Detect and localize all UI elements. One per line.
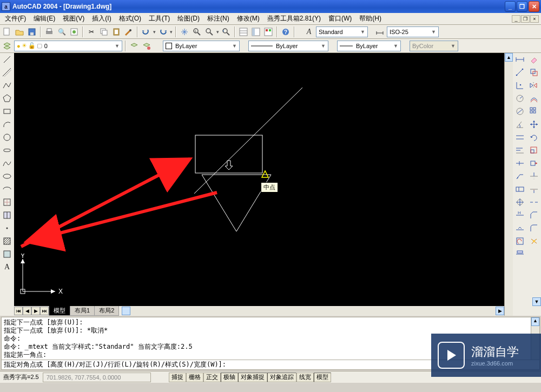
horizontal-scrollbar[interactable]: ▶ (122, 307, 504, 315)
undo-icon[interactable] (141, 26, 151, 37)
design-center-icon[interactable] (250, 26, 261, 37)
xline-icon[interactable] (2, 67, 12, 78)
toggle-grid[interactable]: 栅格 (186, 373, 203, 382)
break-icon[interactable] (529, 197, 539, 208)
dimedit-icon[interactable]: H (514, 210, 525, 221)
fillet-icon[interactable] (529, 223, 539, 234)
lineweight-dropdown[interactable]: ByLayer▼ (337, 41, 401, 51)
toggle-model[interactable]: 模型 (314, 373, 331, 382)
menu-format[interactable]: 格式(O) (116, 14, 144, 24)
dimstyle-dropdown[interactable]: ISO-25▼ (387, 26, 439, 37)
trim-icon[interactable] (529, 171, 539, 182)
move-icon[interactable] (529, 119, 539, 130)
dimdiameter-icon[interactable] (514, 106, 525, 117)
circle-icon[interactable] (2, 132, 12, 143)
tab-prev-button[interactable]: ◀ (23, 307, 31, 315)
block-icon[interactable] (2, 210, 12, 221)
dimcenter-icon[interactable] (514, 197, 525, 208)
layer-dropdown[interactable]: ● ☀ 🔓 ▢ 0▼ (14, 41, 122, 51)
point-icon[interactable] (2, 223, 12, 234)
scale-icon[interactable] (529, 145, 539, 156)
layer-manager-icon[interactable] (2, 41, 12, 51)
toggle-lwt[interactable]: 线宽 (296, 373, 314, 382)
dimcontinue-icon[interactable] (514, 158, 525, 169)
rotate-icon[interactable] (529, 132, 539, 143)
dimordinate-icon[interactable] (514, 80, 525, 91)
menu-help[interactable]: 帮助(H) (357, 14, 384, 24)
vertical-scrollbar[interactable]: ▲ ▼ (504, 53, 513, 316)
hatch-icon[interactable] (2, 236, 12, 247)
properties-icon[interactable] (238, 26, 249, 37)
menu-tools[interactable]: 工具(T) (146, 14, 173, 24)
array-icon[interactable] (529, 106, 539, 117)
dimstyle-icon[interactable] (374, 26, 385, 37)
zoom-window-icon[interactable] (204, 26, 215, 37)
plotstyle-dropdown[interactable]: ByColor▼ (410, 41, 458, 51)
tolerance-icon[interactable] (514, 184, 525, 195)
menu-draw[interactable]: 绘图(D) (175, 14, 202, 24)
close-button[interactable]: ✕ (529, 1, 539, 12)
dimradius-icon[interactable] (514, 93, 525, 104)
layer-prev-icon[interactable] (129, 41, 140, 51)
ellipse-icon[interactable] (2, 171, 12, 182)
line-icon[interactable] (2, 54, 12, 65)
dimupdate-icon[interactable] (514, 236, 525, 247)
toggle-ortho[interactable]: 正交 (203, 373, 221, 382)
menu-edit[interactable]: 编辑(E) (31, 14, 58, 24)
ellipsearc-icon[interactable] (2, 184, 12, 195)
paste-icon[interactable] (111, 26, 122, 37)
dimaligned-icon[interactable] (514, 67, 525, 78)
maximize-button[interactable]: ❐ (517, 1, 527, 12)
qdim-icon[interactable] (514, 132, 525, 143)
tab-layout1[interactable]: 布局1 (70, 306, 95, 316)
toolpalette-icon[interactable] (263, 26, 274, 37)
textstyle-icon[interactable]: A (304, 26, 314, 37)
zoom-prev-icon[interactable] (221, 26, 232, 37)
polygon-icon[interactable] (2, 93, 12, 104)
hscroll-thumb[interactable] (122, 307, 130, 315)
pline-icon[interactable] (2, 80, 12, 91)
tab-last-button[interactable]: ⏭ (40, 307, 49, 315)
copy-icon[interactable] (98, 26, 109, 37)
toggle-otrack[interactable]: 对象追踪 (267, 373, 296, 382)
vscroll-up-button[interactable]: ▲ (505, 53, 513, 62)
help-icon[interactable]: ? (280, 26, 291, 37)
erase-icon[interactable] (529, 54, 539, 65)
redo-icon[interactable] (157, 26, 168, 37)
menu-file[interactable]: 文件(F) (2, 14, 29, 24)
extend-icon[interactable] (529, 184, 539, 195)
menu-window[interactable]: 窗口(W) (326, 14, 354, 24)
mdi-close-button[interactable]: × (530, 15, 539, 23)
tab-layout2[interactable]: 布局2 (94, 306, 119, 316)
region-icon[interactable] (2, 249, 12, 260)
pan-icon[interactable] (179, 26, 190, 37)
hscroll-right-button[interactable]: ▶ (496, 307, 504, 315)
dimbaseline-icon[interactable] (514, 145, 525, 156)
stretch-icon[interactable] (529, 158, 539, 169)
insert-icon[interactable] (2, 197, 12, 208)
matchprop-icon[interactable] (123, 26, 134, 37)
mdi-minimize-button[interactable]: _ (512, 15, 520, 23)
cut-icon[interactable]: ✂ (86, 26, 97, 37)
menu-yanxiu[interactable]: 燕秀工具箱2.81(Y) (265, 14, 324, 24)
layer-states-icon[interactable] (141, 41, 152, 51)
rectangle-icon[interactable] (2, 106, 12, 117)
tab-first-button[interactable]: ⏮ (14, 307, 23, 315)
color-dropdown[interactable]: ByLayer▼ (163, 41, 240, 51)
save-icon[interactable] (27, 26, 37, 37)
zoom-realtime-icon[interactable]: ± (192, 26, 202, 37)
toggle-polar[interactable]: 极轴 (221, 373, 238, 382)
tab-next-button[interactable]: ▶ (31, 307, 40, 315)
menu-dim[interactable]: 标注(N) (204, 14, 232, 24)
dimlinear-icon[interactable] (514, 54, 525, 65)
mirror-icon[interactable] (529, 80, 539, 91)
mtext-icon[interactable]: A (2, 262, 12, 273)
new-icon[interactable] (2, 26, 12, 37)
offset-icon[interactable] (529, 93, 539, 104)
arc-icon[interactable] (2, 119, 12, 130)
open-icon[interactable] (14, 26, 25, 37)
minimize-button[interactable]: _ (505, 1, 516, 12)
tab-model[interactable]: 模型 (49, 306, 70, 316)
vscroll-down-button[interactable]: ▼ (532, 297, 541, 306)
spline-icon[interactable] (2, 158, 12, 169)
